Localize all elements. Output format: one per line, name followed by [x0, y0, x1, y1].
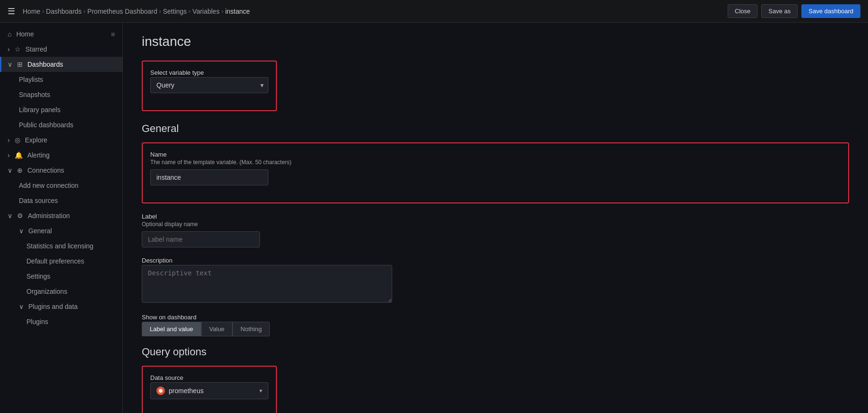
sidebar-playlists-label: Playlists — [19, 76, 43, 83]
query-options-heading: Query options — [142, 346, 849, 358]
sidebar-add-connection-label: Add new connection — [19, 182, 78, 189]
layout: ⌂ Home ⊞ › ☆ Starred ∨ ⊞ Dashboards Play… — [0, 23, 868, 413]
name-group: Name The name of the template variable. … — [150, 151, 841, 185]
sidebar-item-statistics[interactable]: Statistics and licensing — [0, 238, 122, 254]
description-label: Description — [142, 257, 849, 264]
home-chevron: ⊞ — [111, 32, 115, 37]
dashboards-icon: ⊞ — [17, 61, 23, 68]
show-on-dashboard-group: Show on dashboard Label and value Value … — [142, 314, 849, 336]
sidebar-dashboards-label: Dashboards — [27, 61, 63, 68]
sidebar-item-starred[interactable]: › ☆ Starred — [0, 42, 122, 57]
topbar-right: Close Save as Save dashboard — [728, 4, 860, 18]
datasource-section-box: Data source prometheus ▾ — [142, 366, 277, 413]
breadcrumb-sep-5: › — [222, 8, 223, 15]
label-group: Label Optional display name — [142, 213, 849, 247]
breadcrumb-home[interactable]: Home — [23, 8, 40, 15]
star-icon: ☆ — [15, 45, 21, 53]
datasource-select[interactable]: prometheus ▾ — [150, 382, 268, 399]
datasource-label: Data source — [150, 374, 268, 381]
sidebar-item-plugins[interactable]: Plugins — [0, 314, 122, 329]
save-dashboard-button[interactable]: Save dashboard — [801, 4, 860, 18]
sidebar-starred-label: Starred — [26, 45, 47, 53]
sidebar-item-public-dashboards[interactable]: Public dashboards — [0, 117, 122, 132]
variable-type-section: Select variable type Query Custom Text b… — [142, 61, 277, 111]
label-sublabel: Optional display name — [142, 221, 849, 228]
breadcrumb-variables[interactable]: Variables — [192, 8, 219, 15]
sidebar-plugins-data-label: Plugins and data — [28, 303, 77, 310]
breadcrumb-sep-2: › — [84, 8, 86, 15]
sidebar-item-explore[interactable]: › ◎ Explore — [0, 132, 122, 148]
datasource-group: Data source prometheus ▾ — [150, 374, 268, 399]
sidebar-alerting-label: Alerting — [27, 151, 50, 159]
topbar: ☰ Home › Dashboards › Prometheus Dashboa… — [0, 0, 868, 23]
chevron-down-icon: ∨ — [8, 61, 12, 68]
sidebar-settings-label: Settings — [26, 272, 51, 280]
sidebar-plugins-label: Plugins — [26, 318, 48, 325]
main-content: instance Select variable type Query Cust… — [123, 23, 868, 413]
sidebar: ⌂ Home ⊞ › ☆ Starred ∨ ⊞ Dashboards Play… — [0, 23, 123, 413]
sidebar-item-add-connection[interactable]: Add new connection — [0, 178, 122, 193]
show-on-dashboard-label: Show on dashboard — [142, 314, 849, 321]
connections-icon: ⊕ — [17, 167, 23, 174]
toggle-nothing[interactable]: Nothing — [232, 322, 270, 336]
general-heading: General — [142, 123, 849, 135]
sidebar-data-sources-label: Data sources — [19, 197, 58, 204]
sidebar-item-settings[interactable]: Settings — [0, 269, 122, 284]
name-sublabel: The name of the template variable. (Max.… — [150, 159, 841, 166]
sidebar-item-administration[interactable]: ∨ ⚙ Administration — [0, 208, 122, 223]
datasource-chevron-icon: ▾ — [259, 387, 262, 394]
toggle-label-value[interactable]: Label and value — [142, 322, 201, 336]
sidebar-item-dashboards[interactable]: ∨ ⊞ Dashboards — [0, 57, 122, 72]
chevron-down-plugins-icon: ∨ — [19, 303, 24, 310]
home-icon: ⌂ — [8, 30, 11, 38]
toggle-value[interactable]: Value — [201, 322, 232, 336]
sidebar-item-connections[interactable]: ∨ ⊕ Connections — [0, 163, 122, 178]
breadcrumb-settings[interactable]: Settings — [163, 8, 187, 15]
chevron-right-explore-icon: › — [8, 136, 10, 144]
sidebar-connections-label: Connections — [27, 167, 64, 174]
sidebar-explore-label: Explore — [25, 136, 47, 144]
sidebar-item-data-sources[interactable]: Data sources — [0, 193, 122, 208]
sidebar-item-snapshots[interactable]: Snapshots — [0, 87, 122, 102]
chevron-right-icon: › — [8, 45, 10, 53]
description-textarea[interactable] — [142, 265, 392, 303]
name-input[interactable] — [150, 169, 268, 185]
variable-type-group: Select variable type Query Custom Text b… — [150, 69, 268, 93]
sidebar-item-home[interactable]: ⌂ Home ⊞ — [0, 26, 122, 42]
bell-icon: 🔔 — [15, 151, 23, 159]
sidebar-library-panels-label: Library panels — [19, 106, 60, 114]
sidebar-default-prefs-label: Default preferences — [26, 257, 84, 265]
description-group: Description — [142, 257, 849, 304]
breadcrumb-sep-3: › — [159, 8, 161, 15]
sidebar-home-label: Home — [16, 30, 34, 38]
sidebar-statistics-label: Statistics and licensing — [26, 242, 94, 250]
hamburger-icon[interactable]: ☰ — [8, 6, 15, 17]
sidebar-snapshots-label: Snapshots — [19, 91, 50, 98]
sidebar-item-default-prefs[interactable]: Default preferences — [0, 254, 122, 269]
breadcrumb-sep-4: › — [189, 8, 190, 15]
breadcrumb-prometheus[interactable]: Prometheus Dashboard — [87, 8, 157, 15]
breadcrumb-dashboards[interactable]: Dashboards — [46, 8, 82, 15]
label-input[interactable] — [142, 231, 260, 247]
save-as-button[interactable]: Save as — [761, 4, 798, 18]
sidebar-item-organizations[interactable]: Organizations — [0, 284, 122, 299]
sidebar-item-general[interactable]: ∨ General — [0, 223, 122, 238]
breadcrumb: Home › Dashboards › Prometheus Dashboard… — [23, 8, 250, 15]
variable-type-select[interactable]: Query Custom Text box Constant Data sour… — [150, 77, 268, 93]
chevron-down-admin-icon: ∨ — [8, 212, 12, 220]
sidebar-item-alerting[interactable]: › 🔔 Alerting — [0, 148, 122, 163]
label-label: Label — [142, 213, 849, 220]
close-button[interactable]: Close — [728, 4, 757, 18]
chevron-right-alerting-icon: › — [8, 151, 10, 159]
sidebar-item-library-panels[interactable]: Library panels — [0, 102, 122, 117]
chevron-down-connections-icon: ∨ — [8, 167, 12, 174]
prometheus-icon — [156, 387, 165, 395]
sidebar-item-playlists[interactable]: Playlists — [0, 72, 122, 87]
breadcrumb-instance: instance — [225, 8, 250, 15]
variable-type-select-wrapper: Query Custom Text box Constant Data sour… — [150, 77, 268, 93]
datasource-name: prometheus — [169, 387, 259, 395]
breadcrumb-sep-1: › — [42, 8, 44, 15]
sidebar-public-dashboards-label: Public dashboards — [19, 121, 73, 129]
sidebar-item-plugins-data[interactable]: ∨ Plugins and data — [0, 299, 122, 314]
sidebar-organizations-label: Organizations — [26, 288, 67, 295]
